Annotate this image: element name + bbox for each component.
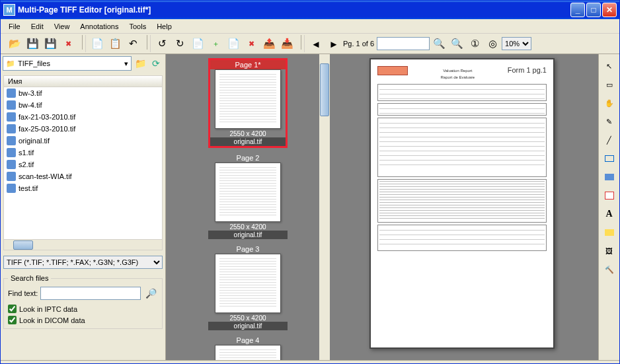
file-name: original.tif — [19, 137, 50, 145]
highlight-tool[interactable] — [601, 225, 617, 240]
thumb-title: Page 1* — [210, 60, 286, 69]
folder-select[interactable]: 📁 TIFF_files ▾ — [3, 56, 132, 71]
close-button[interactable]: ✕ — [602, 3, 617, 17]
thumbnail[interactable]: Page 32550 x 4200original.tif — [208, 244, 288, 330]
stamp-icon — [377, 66, 408, 75]
file-filter-select[interactable]: TIFF (*.TIF; *.TIFF; *.FAX; *.G3N; *.G3F… — [3, 256, 163, 269]
thumb-image — [215, 69, 281, 129]
close-doc-button[interactable]: ✖ — [59, 35, 77, 52]
find-text-label: Find text: — [8, 289, 38, 297]
menu-edit[interactable]: Edit — [26, 21, 49, 32]
page-insert-button[interactable]: 📄 — [225, 35, 242, 52]
iptc-checkbox[interactable] — [8, 305, 17, 313]
iptc-checkbox-row[interactable]: Look in IPTC data — [8, 305, 158, 313]
file-item[interactable]: test.tif — [4, 182, 162, 194]
find-text-input[interactable] — [40, 287, 141, 300]
open-button[interactable]: 📂 — [6, 35, 23, 52]
prev-page-button[interactable]: ◄ — [307, 35, 325, 52]
folder-icon: 📁 — [6, 59, 15, 68]
status-bar: Ready Pg. 1 of 6, Annotations: 1 Zoom: 1… — [1, 360, 619, 364]
hand-tool[interactable]: ✋ — [601, 95, 617, 111]
thumb-file: original.tif — [210, 137, 286, 146]
file-browser-pane: 📁 TIFF_files ▾ 📁 ⟳ Имя bw-3.tifbw-4.tiff… — [1, 54, 166, 360]
zoom-100-button[interactable]: ① — [466, 35, 483, 52]
file-item[interactable]: s1.tif — [4, 147, 162, 159]
thumbnail-pane: Page 1*2550 x 4200original.tifPage 22550… — [166, 54, 330, 360]
window-title: Multi-Page TIFF Editor [original.tif*] — [18, 5, 570, 15]
page-viewer[interactable]: Valuation Report Raport de Evaluare Form… — [330, 54, 598, 360]
file-icon — [7, 172, 16, 181]
menu-annotations[interactable]: Annotations — [75, 21, 124, 32]
find-button[interactable]: 🔎 — [143, 286, 158, 301]
stamp-tool[interactable]: 🔨 — [601, 262, 617, 277]
zoom-select[interactable]: 10% — [502, 37, 531, 50]
menu-file[interactable]: File — [3, 21, 26, 32]
save-page-button[interactable]: 💾 — [42, 35, 59, 52]
file-item[interactable]: bw-3.tif — [4, 87, 162, 99]
file-icon — [7, 89, 16, 98]
pointer-tool[interactable]: ↖ — [601, 58, 617, 74]
thumbnail[interactable]: Page 22550 x 4200original.tif — [208, 153, 288, 239]
undo-button[interactable]: ↶ — [124, 35, 141, 52]
page-label: Pg. 1 of 6 — [343, 40, 374, 48]
minimize-button[interactable]: _ — [570, 3, 585, 17]
page-delete-button[interactable]: ✖ — [243, 35, 260, 52]
file-name: s1.tif — [19, 149, 34, 157]
filelist-scrollbar[interactable] — [4, 239, 162, 250]
chevron-down-icon: ▾ — [124, 59, 128, 68]
file-item[interactable]: original.tif — [4, 135, 162, 147]
line-tool[interactable]: ╱ — [601, 132, 617, 148]
file-icon — [7, 160, 16, 169]
menu-help[interactable]: Help — [151, 21, 177, 32]
select-tool[interactable]: ▭ — [601, 77, 617, 92]
menu-view[interactable]: View — [49, 21, 75, 32]
paste-button[interactable]: 📋 — [106, 35, 124, 52]
zoom-in-button[interactable]: 🔍 — [448, 35, 465, 52]
folder-up-button[interactable]: 📁 — [133, 56, 147, 71]
page-import-button[interactable]: 📥 — [278, 35, 295, 52]
file-icon — [7, 112, 16, 122]
thumbnail[interactable]: Page 1*2550 x 4200original.tif — [208, 58, 288, 148]
thumb-title: Page 4 — [208, 336, 288, 345]
rect-fill-tool[interactable] — [601, 169, 617, 185]
rotate-right-button[interactable]: ↻ — [171, 35, 188, 52]
thumb-dims: 2550 x 4200 — [210, 130, 286, 137]
file-item[interactable]: bw-4.tif — [4, 99, 162, 111]
page-input[interactable] — [377, 37, 430, 50]
file-list[interactable]: bw-3.tifbw-4.tiffax-21-03-2010.tiffax-25… — [4, 87, 162, 239]
pencil-tool[interactable]: ✎ — [601, 114, 617, 129]
save-button[interactable]: 💾 — [24, 35, 41, 52]
file-item[interactable]: fax-21-03-2010.tif — [4, 111, 162, 123]
note-tool[interactable] — [601, 188, 617, 203]
next-page-button[interactable]: ► — [325, 35, 342, 52]
rotate-left-button[interactable]: ↺ — [153, 35, 171, 52]
file-icon — [7, 184, 16, 193]
copy-button[interactable]: 📄 — [89, 35, 106, 52]
menu-tools[interactable]: Tools — [124, 21, 151, 32]
search-legend: Search files — [8, 274, 51, 282]
dicom-checkbox[interactable] — [8, 316, 17, 324]
search-files-group: Search files Find text: 🔎 Look in IPTC d… — [3, 274, 163, 329]
rect-outline-tool[interactable] — [601, 151, 617, 166]
page-new-button[interactable]: 📄 — [189, 35, 206, 52]
text-tool[interactable]: A — [601, 206, 617, 222]
dicom-label: Look in DICOM data — [19, 316, 85, 324]
thumb-title: Page 3 — [208, 244, 288, 254]
zoom-out-button[interactable]: 🔍 — [430, 35, 447, 52]
file-name: bw-4.tif — [19, 101, 42, 109]
file-icon — [7, 124, 16, 133]
file-icon — [7, 148, 16, 157]
thumbnail[interactable]: Page 4 — [208, 336, 288, 360]
filelist-header[interactable]: Имя — [4, 76, 162, 87]
zoom-fit-button[interactable]: ◎ — [484, 35, 501, 52]
file-item[interactable]: fax-25-03-2010.tif — [4, 123, 162, 135]
file-item[interactable]: s2.tif — [4, 159, 162, 170]
file-item[interactable]: scan-test-WIA.tif — [4, 170, 162, 182]
page-export-button[interactable]: 📤 — [260, 35, 278, 52]
page-add-button[interactable]: ＋ — [207, 35, 224, 52]
thumb-scrollbar[interactable] — [319, 54, 330, 360]
image-tool[interactable]: 🖼 — [601, 243, 617, 259]
folder-refresh-button[interactable]: ⟳ — [149, 56, 163, 71]
maximize-button[interactable]: □ — [586, 3, 601, 17]
dicom-checkbox-row[interactable]: Look in DICOM data — [8, 316, 158, 324]
